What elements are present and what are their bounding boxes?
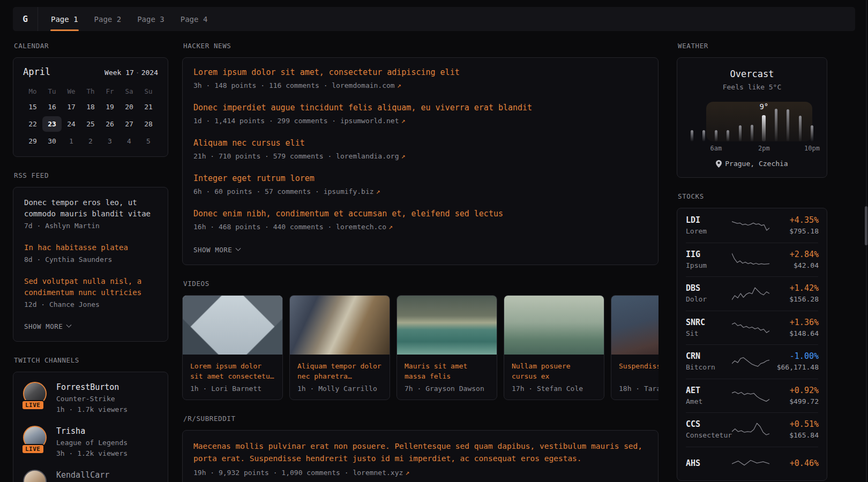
stock-change: +0.46% [769, 458, 819, 469]
channel-game[interactable]: Counter-Strike [56, 394, 128, 403]
calendar-day: 29 [23, 133, 42, 149]
stock-symbol[interactable]: SNRC [686, 317, 732, 328]
video-thumbnail[interactable] [611, 296, 659, 355]
rss-item-link[interactable]: Sed volutpat nulla nisl, a condimentum n… [24, 276, 157, 298]
tab-page-2[interactable]: Page 2 [93, 7, 123, 31]
main-column: HACKER NEWS Lorem ipsum dolor sit amet, … [182, 42, 659, 482]
channel-name-link[interactable]: KendallCarr [56, 470, 109, 480]
stock-symbol[interactable]: IIG [686, 249, 732, 260]
external-link-icon[interactable]: ↗ [401, 152, 406, 160]
hour-axis-label: 6am [710, 145, 722, 152]
rss-show-more-button[interactable]: SHOW MORE [24, 322, 71, 330]
external-link-icon[interactable]: ↗ [388, 223, 393, 231]
calendar-day: 27 [119, 116, 139, 132]
stock-sparkline [732, 421, 769, 438]
hn-item-link[interactable]: Lorem ipsum dolor sit amet, consectetur … [193, 67, 647, 78]
stock-name: Dolor [686, 295, 732, 304]
hn-item-link[interactable]: Aliquam nec cursus elit [193, 138, 647, 148]
rss-item-link[interactable]: In hac habitasse platea [24, 242, 157, 253]
rss-item: In hac habitasse platea 8d · Cynthia Sau… [24, 242, 157, 265]
video-title-link[interactable]: Lorem ipsum dolor sit amet consectetu… [183, 355, 282, 381]
external-link-icon[interactable]: ↗ [376, 187, 380, 195]
stock-name: Lorem [686, 227, 732, 236]
stock-symbol[interactable]: CCS [686, 419, 732, 430]
weather-feels-like: Feels like 5°C [686, 83, 818, 91]
weather-hour-bar [798, 107, 802, 141]
hn-item: Donec enim nibh, condimentum et accumsan… [193, 209, 647, 232]
video-title-link[interactable]: Aliquam tempor dolor nec pharetra… [290, 355, 390, 381]
chevron-down-icon [66, 322, 72, 328]
weekday-label: Tu [42, 85, 62, 97]
app-logo[interactable]: G [13, 7, 38, 31]
stock-symbol[interactable]: LDI [686, 215, 732, 225]
stock-name: Consectetur [686, 431, 732, 440]
external-link-icon[interactable]: ↗ [397, 81, 401, 89]
hn-item-meta: 16h · 468 points · 440 comments · loremt… [193, 222, 647, 232]
external-link-icon[interactable]: ↗ [401, 117, 406, 125]
stock-price: $165.84 [769, 431, 819, 440]
stock-name: Bitcorn [686, 363, 732, 372]
video-title-link[interactable]: Nullam posuere cursus ex [504, 355, 604, 381]
hn-item-link[interactable]: Donec enim nibh, condimentum et accumsan… [193, 209, 647, 219]
stock-sparkline [732, 388, 769, 404]
video-card: Lorem ipsum dolor sit amet consectetu… 1… [182, 295, 283, 400]
tab-page-4[interactable]: Page 4 [179, 7, 209, 31]
video-thumbnail[interactable] [290, 296, 390, 355]
chevron-down-icon [236, 246, 241, 251]
external-link-icon[interactable]: ↗ [405, 469, 409, 477]
hn-section-title: HACKER NEWS [183, 42, 659, 50]
weather-hour-bar [738, 107, 742, 141]
hn-item: Lorem ipsum dolor sit amet, consectetur … [193, 67, 647, 91]
weather-section: WEATHER Overcast Feels like 5°C 6am9°2pm… [677, 42, 827, 178]
channel-name-link[interactable]: Trisha [56, 426, 128, 436]
weather-section-title: WEATHER [678, 42, 827, 50]
tab-page-3[interactable]: Page 3 [136, 7, 166, 31]
video-author: 18h · Tara [611, 381, 659, 400]
calendar-day-next-month: 1 [62, 133, 81, 149]
weather-location-text: Prague, Czechia [725, 160, 788, 168]
calendar-separator: · [136, 69, 140, 77]
hn-show-more-button[interactable]: SHOW MORE [193, 246, 240, 254]
stock-change: +4.35% [769, 215, 819, 225]
channel-avatar-wrap [23, 470, 48, 482]
calendar-day: 19 [100, 99, 119, 115]
reddit-post-meta: 19h · 9,932 points · 1,090 comments · lo… [193, 468, 647, 478]
hn-item-meta-text: 21h · 710 points · 579 comments · loreml… [193, 152, 399, 160]
calendar-day-next-month: 3 [100, 133, 119, 149]
video-thumbnail[interactable] [397, 296, 497, 355]
channel-name-link[interactable]: ForrestBurton [56, 382, 128, 393]
subreddit-section: /R/SUBREDDIT Maecenas mollis pulvinar er… [182, 415, 659, 482]
reddit-post-link[interactable]: Maecenas mollis pulvinar erat non posuer… [193, 440, 647, 465]
hn-item-link[interactable]: Donec imperdiet augue tincidunt felis al… [193, 103, 647, 113]
calendar-day-next-month: 4 [119, 133, 139, 149]
video-author: 1h · Molly Carrillo [290, 381, 390, 400]
rss-widget: Donec tempor eros leo, ut commodo mauris… [13, 187, 168, 342]
video-thumbnail[interactable] [183, 296, 282, 355]
stock-symbol[interactable]: CRN [686, 351, 732, 362]
location-pin-icon [716, 160, 722, 168]
stock-symbol[interactable]: DBS [686, 283, 732, 293]
hour-axis-label: 10pm [804, 145, 820, 152]
channel-game[interactable]: League of Legends [56, 438, 128, 447]
video-title-link[interactable]: Mauris sit amet massa felis [397, 355, 497, 381]
videos-section-title: VIDEOS [183, 280, 659, 288]
stock-symbol[interactable]: AHS [686, 458, 732, 469]
stock-symbol[interactable]: AET [686, 385, 732, 396]
rss-section: RSS FEED Donec tempor eros leo, ut commo… [13, 171, 168, 342]
video-thumbnail[interactable] [504, 296, 604, 355]
twitch-section-title: TWITCH CHANNELS [14, 356, 168, 364]
weather-hour-bar [726, 107, 730, 141]
video-title-link[interactable]: Suspendisse diam [611, 355, 659, 381]
page-scrollbar-thumb[interactable] [865, 206, 867, 245]
rss-section-title: RSS FEED [14, 171, 168, 179]
calendar-day: 16 [42, 99, 62, 115]
hn-item-meta-text: 6h · 60 points · 57 comments · ipsumify.… [193, 187, 374, 195]
tab-page-1[interactable]: Page 1 [50, 7, 79, 31]
rss-item-link[interactable]: Donec tempor eros leo, ut commodo mauris… [24, 197, 157, 220]
calendar-section: CALENDAR April Week 17·2024 Mo Tu We Th … [13, 42, 168, 157]
rss-item-meta: 12d · Chance Jones [24, 300, 157, 310]
hn-item-link[interactable]: Integer eget rutrum lorem [193, 174, 647, 184]
hn-item-meta-text: 1d · 1,414 points · 299 comments · ipsum… [193, 117, 399, 125]
hn-item-meta-text: 16h · 468 points · 440 comments · loremt… [193, 223, 386, 231]
hn-item-meta: 1d · 1,414 points · 299 comments · ipsum… [193, 116, 647, 126]
